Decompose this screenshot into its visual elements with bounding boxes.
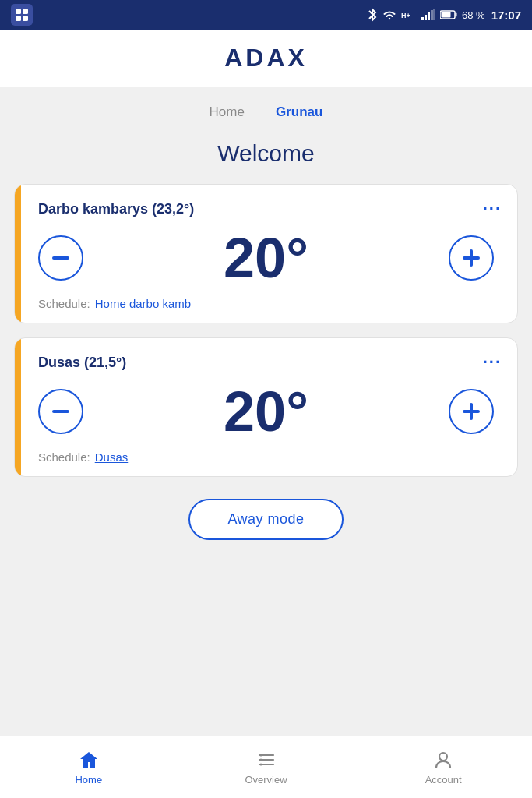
home-icon [78,749,100,771]
svg-rect-2 [16,16,21,21]
signal-icon: H+ [401,9,417,20]
battery-icon [440,10,457,19]
card-2-temperature: 20° [224,383,308,440]
svg-rect-11 [455,13,456,17]
away-mode-button[interactable]: Away mode [188,499,343,540]
bars-icon [421,9,435,20]
tab-grunau[interactable]: Grunau [270,101,329,123]
svg-rect-9 [433,9,435,20]
card-1-footer: Schedule: Home darbo kamb [30,297,502,310]
card-1-temperature: 20° [224,230,308,286]
app-icon [11,4,33,26]
app-header: ADAX [0,30,532,87]
svg-rect-1 [23,9,28,14]
account-icon [432,749,454,771]
card-2-schedule-label: Schedule: [38,450,90,464]
overview-icon [255,749,277,771]
wifi-icon [382,9,396,20]
svg-rect-18 [463,410,480,413]
away-mode-container: Away mode [0,477,532,556]
svg-rect-3 [23,16,28,21]
nav-item-home[interactable]: Home [0,743,178,792]
card-2-title: Dusas (21,5°) [38,355,126,371]
svg-rect-15 [463,256,480,260]
svg-point-25 [259,764,262,766]
svg-rect-7 [428,12,430,20]
svg-text:H+: H+ [401,12,410,19]
svg-rect-13 [52,256,69,260]
location-tabs: Home Grunau [0,87,532,129]
card-1-schedule-link[interactable]: Home darbo kamb [95,297,191,310]
svg-point-24 [259,759,262,761]
svg-point-26 [439,753,447,761]
nav-label-home: Home [75,774,102,786]
svg-rect-5 [421,17,424,20]
app-logo: ADAX [224,44,308,72]
svg-rect-16 [52,410,69,413]
main-content: Home Grunau Welcome Darbo kambarys (23,2… [0,87,532,736]
status-bar: H+ 68 % 17:07 [0,0,532,30]
nav-label-account: Account [425,774,462,786]
svg-rect-0 [16,9,21,14]
status-bar-left [11,4,33,26]
tab-home[interactable]: Home [203,101,251,123]
card-2-controls: 20° [30,380,502,443]
card-2-decrease-button[interactable] [38,389,83,434]
svg-rect-8 [431,10,433,20]
bluetooth-icon [367,8,378,22]
nav-item-account[interactable]: Account [354,743,532,792]
card-1-header: Darbo kambarys (23,2°) ··· [30,199,502,219]
welcome-title: Welcome [0,129,532,184]
card-1-controls: 20° [30,227,502,289]
bottom-nav: Home Overview Account [0,736,532,798]
status-bar-right: H+ 68 % 17:07 [367,8,521,22]
card-2-menu[interactable]: ··· [483,352,502,373]
card-2-increase-button[interactable] [449,389,494,434]
card-2-schedule-link[interactable]: Dusas [95,450,129,464]
battery-percent: 68 % [462,9,485,21]
card-1-title: Darbo kambarys (23,2°) [38,201,194,217]
card-1-menu[interactable]: ··· [483,199,502,219]
card-1-increase-button[interactable] [449,235,494,281]
card-1-schedule-label: Schedule: [38,297,90,310]
card-1-decrease-button[interactable] [38,235,83,281]
card-2-footer: Schedule: Dusas [30,450,502,464]
cards-container: Darbo kambarys (23,2°) ··· 20° Schedule:… [0,184,532,477]
device-card-1: Darbo kambarys (23,2°) ··· 20° Schedule:… [14,184,518,323]
nav-label-overview: Overview [245,774,287,786]
svg-point-23 [259,754,262,757]
svg-rect-6 [425,15,427,20]
time-display: 17:07 [491,9,521,22]
nav-item-overview[interactable]: Overview [178,743,355,792]
device-card-2: Dusas (21,5°) ··· 20° Schedule: Dusas [14,337,518,477]
card-2-header: Dusas (21,5°) ··· [30,352,502,373]
svg-rect-12 [441,12,450,18]
